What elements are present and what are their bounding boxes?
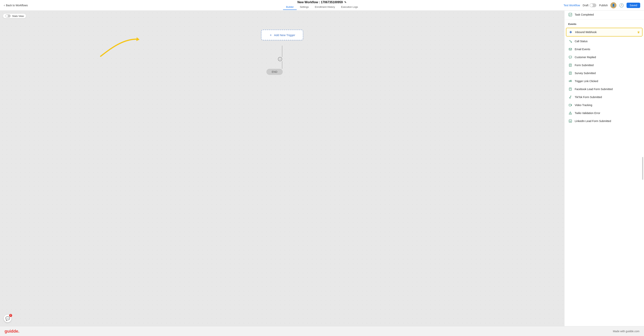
bottom-bar: guidde. Made with guidde.com xyxy=(0,326,644,336)
canvas-connector-line-1 xyxy=(282,46,282,57)
main-area: Stats View ＋ Add New Trigger + END 💬 7 xyxy=(0,11,644,326)
workflow-title: New Workflow : 1706735100959 ✎ xyxy=(298,1,347,4)
panel-item-task-completed[interactable]: Task Completed xyxy=(564,11,644,19)
inbound-webhook-label: Inbound Webhook xyxy=(575,31,596,34)
customer-replied-icon xyxy=(568,55,572,59)
twilio-validation-icon xyxy=(568,111,572,115)
edit-title-icon[interactable]: ✎ xyxy=(344,1,346,4)
facebook-lead-icon xyxy=(568,87,572,91)
facebook-lead-label: Facebook Lead Form Submitted xyxy=(575,88,613,91)
toggle-knob xyxy=(590,4,593,7)
plus-icon: ＋ xyxy=(269,33,272,37)
panel-item-trigger-link[interactable]: Trigger Link Clicked xyxy=(564,77,644,85)
end-node: END xyxy=(266,69,283,75)
top-nav: ‹ Back to Workflows New Workflow : 17067… xyxy=(0,0,644,11)
draft-toggle[interactable] xyxy=(590,4,596,7)
panel-item-video-tracking[interactable]: Video Tracking xyxy=(564,101,644,109)
guidde-logo: guidde. xyxy=(4,329,19,334)
video-tracking-label: Video Tracking xyxy=(575,104,592,107)
scrollbar-track[interactable] xyxy=(642,157,643,180)
panel-item-twilio-validation[interactable]: Twilio Validation Error xyxy=(564,109,644,117)
chat-icon: 💬 xyxy=(5,316,10,321)
events-section-header: Events xyxy=(564,20,644,27)
svg-point-14 xyxy=(570,81,572,82)
tab-execution-logs[interactable]: Execution Logs xyxy=(338,4,361,10)
made-with-text: Made with guidde.com xyxy=(613,330,640,333)
linkedin-lead-icon: in xyxy=(568,119,572,123)
svg-rect-4 xyxy=(569,56,572,58)
stats-view-label: Stats View xyxy=(12,15,24,18)
test-workflow-button[interactable]: Test Workflow xyxy=(564,4,580,7)
avatar-img: 👤 xyxy=(612,4,615,7)
panel-item-inbound-webhook[interactable]: Inbound Webhook ♛ xyxy=(566,28,642,37)
draft-label: Draft xyxy=(583,4,588,7)
publish-button[interactable]: Publish xyxy=(599,4,608,7)
guidde-logo-text: guidde. xyxy=(4,329,19,333)
task-completed-label: Task Completed xyxy=(575,13,594,16)
right-panel: Task Completed Events Inbound Webhook ♛ xyxy=(564,11,644,326)
add-trigger-button[interactable]: ＋ Add New Trigger xyxy=(261,30,303,40)
notification-badge[interactable]: 💬 7 xyxy=(4,315,12,322)
section-divider-1 xyxy=(564,19,644,20)
tab-enrollment-history[interactable]: Enrollment History xyxy=(312,4,338,10)
end-label: END xyxy=(272,70,278,73)
panel-item-linkedin-lead[interactable]: in LinkedIn Lead Form Submitted xyxy=(564,117,644,125)
draft-toggle-wrap: Draft xyxy=(583,4,596,7)
call-status-label: Call Status xyxy=(575,40,588,43)
stats-toggle-switch[interactable] xyxy=(5,15,11,18)
svg-point-21 xyxy=(570,114,570,114)
tab-settings[interactable]: Settings xyxy=(297,4,312,10)
add-trigger-label: Add New Trigger xyxy=(274,34,295,37)
panel-item-email-events[interactable]: Email Events xyxy=(564,45,644,53)
call-status-icon xyxy=(568,39,572,43)
svg-point-13 xyxy=(569,81,570,82)
email-events-label: Email Events xyxy=(575,48,590,51)
back-label: Back to Workflows xyxy=(6,4,28,7)
survey-submitted-label: Survey Submitted xyxy=(575,72,596,75)
nav-center: New Workflow : 1706735100959 ✎ Builder S… xyxy=(283,1,361,10)
tiktok-form-icon xyxy=(568,95,572,99)
workflow-name: New Workflow : 1706735100959 xyxy=(298,1,343,4)
panel-item-call-status[interactable]: Call Status xyxy=(564,37,644,45)
canvas-background xyxy=(0,11,564,326)
panel-item-facebook-lead[interactable]: Facebook Lead Form Submitted xyxy=(564,85,644,93)
linkedin-lead-label: LinkedIn Lead Form Submitted xyxy=(575,120,611,123)
canvas-connector-line-2 xyxy=(282,61,282,69)
customer-replied-label: Customer Replied xyxy=(575,56,596,59)
panel-item-form-submitted[interactable]: Form Submitted xyxy=(564,61,644,69)
twilio-validation-label: Twilio Validation Error xyxy=(575,112,600,115)
nav-right-actions: Test Workflow Draft Publish 👤 🕐 Saved xyxy=(564,2,640,8)
form-submitted-label: Form Submitted xyxy=(575,64,594,67)
clock-icon[interactable]: 🕐 xyxy=(619,3,624,8)
stats-view-toggle[interactable]: Stats View xyxy=(3,14,26,18)
tiktok-form-label: TikTok Form Submitted xyxy=(575,96,602,99)
email-events-icon xyxy=(568,47,572,51)
panel-item-survey-submitted[interactable]: Survey Submitted xyxy=(564,69,644,77)
add-step-button[interactable]: + xyxy=(278,57,282,61)
back-arrow-icon: ‹ xyxy=(4,4,5,7)
svg-rect-3 xyxy=(569,48,572,50)
form-submitted-icon xyxy=(568,63,572,67)
trigger-link-clicked-label: Trigger Link Clicked xyxy=(575,80,598,83)
inbound-webhook-icon xyxy=(569,30,573,34)
task-completed-icon xyxy=(568,13,572,17)
nav-tabs: Builder Settings Enrollment History Exec… xyxy=(283,4,361,10)
workflow-canvas: Stats View ＋ Add New Trigger + END 💬 7 xyxy=(0,11,564,326)
stats-toggle-knob xyxy=(6,15,8,17)
video-tracking-icon xyxy=(568,103,572,107)
avatar: 👤 xyxy=(610,2,616,8)
panel-item-tiktok-form[interactable]: TikTok Form Submitted xyxy=(564,93,644,101)
back-to-workflows-button[interactable]: ‹ Back to Workflows xyxy=(4,4,28,7)
crown-icon: ♛ xyxy=(637,31,640,34)
notification-count: 7 xyxy=(9,314,12,317)
saved-button[interactable]: Saved xyxy=(626,3,640,8)
svg-rect-19 xyxy=(569,104,571,106)
panel-item-customer-replied[interactable]: Customer Replied xyxy=(564,53,644,61)
trigger-link-icon xyxy=(568,79,572,83)
survey-submitted-icon xyxy=(568,71,572,75)
svg-text:in: in xyxy=(570,120,571,122)
tab-builder[interactable]: Builder xyxy=(283,4,297,10)
